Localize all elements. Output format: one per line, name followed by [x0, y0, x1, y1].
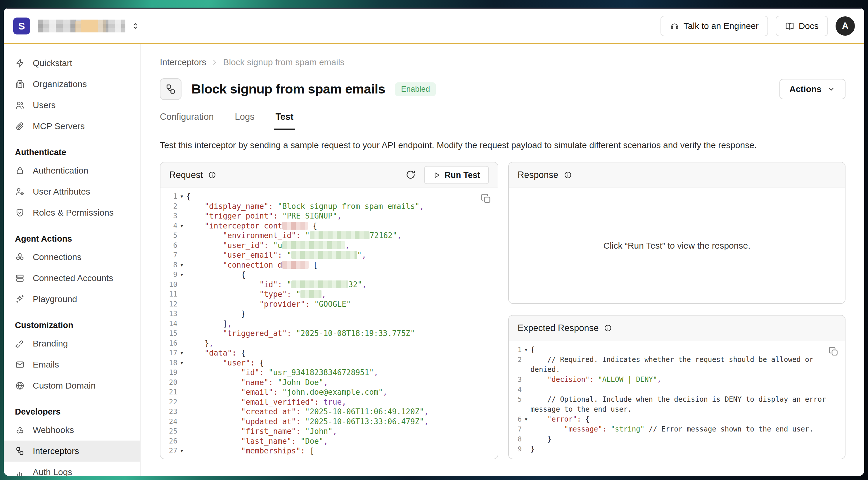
tab-logs[interactable]: Logs [235, 111, 254, 130]
line-number: 17▾ [160, 348, 186, 358]
code-text: "name": "John Doe", [186, 378, 498, 388]
request-panel: Request [160, 162, 498, 459]
code-text: "last_name": "Doe", [186, 437, 498, 446]
code-text: "data": { [186, 348, 498, 358]
sidebar-item-interceptors[interactable]: Interceptors [4, 441, 140, 461]
fold-spacer [522, 375, 530, 384]
reset-request-button[interactable] [405, 169, 416, 181]
copy-expected-button[interactable] [828, 346, 839, 358]
actions-button[interactable]: Actions [779, 79, 845, 99]
chevron-down-icon [827, 85, 836, 94]
run-test-label: Run Test [444, 170, 480, 180]
talk-to-engineer-label: Talk to an Engineer [684, 21, 759, 31]
sidebar-item-label: Connected Accounts [33, 273, 113, 283]
info-icon[interactable] [208, 171, 216, 179]
line-number: 26 [160, 437, 186, 446]
redacted-value [282, 241, 345, 249]
response-title: Response [518, 170, 558, 180]
sidebar-item-users[interactable]: Users [4, 95, 140, 116]
user-avatar[interactable]: A [836, 17, 855, 36]
page-header: Block signup from spam emails Enabled Ac… [160, 78, 845, 100]
fold-arrow-icon[interactable]: ▾ [522, 414, 530, 424]
interceptor-icon [160, 78, 182, 100]
code-text: "error": { [530, 414, 845, 424]
fold-spacer [177, 407, 186, 417]
fold-arrow-icon[interactable]: ▾ [177, 221, 186, 231]
code-line: 2 "display_name": "Block signup from spa… [160, 201, 498, 212]
info-icon[interactable] [604, 324, 612, 332]
response-empty-state: Click “Run Test” to view the response. [509, 188, 845, 303]
docs-button[interactable]: Docs [776, 16, 828, 36]
sidebar-item-emails[interactable]: Emails [4, 354, 140, 375]
code-text: } [186, 309, 498, 319]
sidebar-item-organizations[interactable]: Organizations [4, 74, 140, 95]
line-number: 2 [160, 201, 186, 212]
fold-arrow-icon[interactable]: ▾ [177, 348, 186, 358]
sidebar-item-authentication[interactable]: Authentication [4, 160, 140, 181]
sidebar-item-webhooks[interactable]: Webhooks [4, 419, 140, 441]
code-text: "user": { [186, 358, 498, 368]
sidebar-item-label: Custom Domain [33, 381, 96, 391]
chevron-right-icon [211, 58, 218, 66]
sidebar-section-agent-actions: Agent Actions [4, 231, 140, 247]
sidebar-item-label: Users [33, 100, 56, 110]
line-number: 6▾ [509, 414, 530, 424]
code-line: 6 "user_id": "u, [160, 241, 498, 251]
mail-icon [15, 360, 25, 370]
sidebar-item-user-attributes[interactable]: User Attributes [4, 181, 140, 202]
code-text: "user_email": "", [186, 250, 498, 260]
sidebar-item-auth-logs[interactable]: Auth Logs [4, 461, 140, 476]
code-line: 8 } [509, 434, 845, 444]
user-gear-icon [15, 187, 25, 197]
fold-arrow-icon[interactable]: ▾ [177, 358, 186, 368]
fold-arrow-icon[interactable]: ▾ [522, 345, 530, 355]
code-text: "memberships": [ [186, 446, 498, 456]
talk-to-engineer-button[interactable]: Talk to an Engineer [660, 16, 768, 36]
code-text: } [530, 444, 845, 454]
tab-test[interactable]: Test [276, 111, 293, 130]
sidebar-item-playground[interactable]: Playground [4, 289, 140, 310]
fold-spacer [177, 368, 186, 378]
line-number: 25 [160, 426, 186, 437]
workspace-switcher[interactable] [38, 20, 140, 32]
fold-spacer [177, 211, 186, 221]
fold-arrow-icon[interactable]: ▾ [177, 192, 186, 201]
sidebar-item-connections[interactable]: Connections [4, 247, 140, 267]
webhook-icon [15, 425, 25, 435]
fold-arrow-icon[interactable]: ▾ [177, 270, 186, 280]
code-line: 18▾ "user": { [160, 358, 498, 368]
sidebar-item-custom-domain[interactable]: Custom Domain [4, 375, 140, 396]
fold-spacer [522, 434, 530, 444]
code-line: 11 "type": ", [160, 290, 498, 299]
code-text: // Required. Indicates whether the reque… [530, 355, 845, 375]
code-text: "interceptor_cont { [186, 221, 498, 231]
sidebar-item-connected-accounts[interactable]: Connected Accounts [4, 267, 140, 289]
sidebar-item-quickstart[interactable]: Quickstart [4, 53, 140, 74]
fold-arrow-icon[interactable]: ▾ [177, 446, 186, 456]
code-text: "updated_at": "2025-10-06T13:33:06.479Z"… [186, 417, 498, 427]
breadcrumb-interceptors[interactable]: Interceptors [160, 57, 206, 67]
line-number: 8 [509, 434, 530, 444]
copy-request-button[interactable] [480, 193, 492, 205]
expected-response-code[interactable]: 1▾{2 // Required. Indicates whether the … [509, 341, 845, 459]
sidebar-item-roles-permissions[interactable]: Roles & Permissions [4, 202, 140, 223]
code-text: "first_name": "John", [186, 426, 498, 437]
sidebar-item-branding[interactable]: Branding [4, 333, 140, 354]
info-icon[interactable] [564, 171, 572, 179]
fold-arrow-icon[interactable]: ▾ [177, 260, 186, 270]
code-line: 8▾ "connection_d [ [160, 260, 498, 270]
app-logo: S [13, 18, 30, 34]
code-line: 26 "last_name": "Doe", [160, 437, 498, 446]
code-line: 21 "email": "john.doe@example.com", [160, 387, 498, 397]
tab-configuration[interactable]: Configuration [160, 111, 214, 130]
play-icon [433, 171, 441, 179]
request-code-editor[interactable]: 1▾{2 "display_name": "Block signup from … [160, 188, 498, 459]
code-line: 14 ], [160, 319, 498, 329]
copy-icon [480, 193, 492, 205]
sidebar-item-mcp-servers[interactable]: MCP Servers [4, 116, 140, 137]
workspace-name-redacted [38, 20, 125, 32]
code-text: { [530, 345, 845, 355]
code-text: "environment_id": "72162", [186, 231, 498, 241]
fold-spacer [177, 339, 186, 349]
run-test-button[interactable]: Run Test [424, 166, 489, 184]
